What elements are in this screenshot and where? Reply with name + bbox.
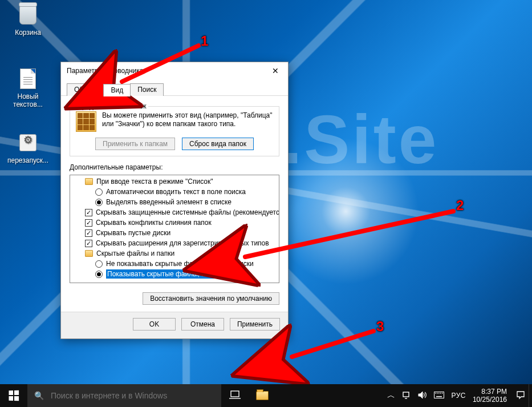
apply-to-folders-button[interactable]: Применить к папкам <box>95 138 175 150</box>
recycle-bin-icon <box>19 5 36 25</box>
tab-search[interactable]: Поиск <box>130 83 164 96</box>
dialog-footer: OK Отмена Применить <box>61 312 288 339</box>
dialog-tabs: Общие Вид Поиск <box>61 79 288 96</box>
folder-options-dialog: Параметры Проводника ✕ Общие Вид Поиск П… <box>60 62 289 339</box>
svg-rect-5 <box>403 392 409 397</box>
svg-rect-13 <box>436 396 442 397</box>
tray-network-icon[interactable] <box>402 391 411 401</box>
tree-radio-typeahead-search[interactable]: Автоматически вводить текст в поле поиск… <box>71 187 279 197</box>
tree-group-typeahead: При вводе текста в режиме "Список" <box>71 176 279 187</box>
task-view-button[interactable] <box>221 384 249 407</box>
batch-file-icon <box>19 134 36 151</box>
tray-language-indicator[interactable]: РУС <box>451 392 466 400</box>
radio-icon <box>95 188 103 196</box>
tree-check-hide-extensions[interactable]: ✓ Скрывать расширения для зарегистрирова… <box>71 238 279 248</box>
folder-views-legend: Представление папок <box>75 102 148 110</box>
show-desktop-button[interactable] <box>529 384 532 407</box>
svg-rect-12 <box>442 393 443 394</box>
checkbox-icon: ✓ <box>85 209 92 216</box>
search-icon: 🔍 <box>34 391 44 400</box>
tree-check-hide-merge-conflicts[interactable]: ✓ Скрывать конфликты слияния папок <box>71 217 279 228</box>
dialog-title: Параметры Проводника <box>67 67 143 75</box>
svg-rect-3 <box>231 391 239 397</box>
close-icon: ✕ <box>272 66 279 75</box>
svg-rect-10 <box>438 393 440 394</box>
tree-check-hide-empty-drives[interactable]: ✓ Скрывать пустые диски <box>71 228 279 238</box>
reset-folders-button[interactable]: Сброс вида папок <box>182 138 254 150</box>
tray-keyboard-icon[interactable] <box>434 391 444 400</box>
taskbar: 🔍 ︿ РУС 8:37 PM 10/25/2016 <box>0 384 532 407</box>
tray-date: 10/25/2016 <box>473 396 507 404</box>
checkbox-icon: ✓ <box>85 219 92 227</box>
tree-group-hidden: Скрытые файлы и папки <box>71 248 279 259</box>
folder-icon <box>85 250 93 257</box>
restore-defaults-button[interactable]: Восстановить значения по умолчанию <box>143 292 279 305</box>
svg-rect-9 <box>437 393 438 394</box>
task-view-icon <box>229 390 241 401</box>
tree-check-hide-protected[interactable]: ✓ Скрывать защищенные системные файлы (р… <box>71 207 279 217</box>
tray-chevron-up-icon[interactable]: ︿ <box>387 390 395 401</box>
tree-radio-typeahead-select[interactable]: Выделять введенный элемент в списке <box>71 197 279 207</box>
radio-icon <box>95 199 103 206</box>
desktop-icon-new-text-document[interactable]: Новый текстов... <box>6 67 50 108</box>
system-tray: ︿ РУС 8:37 PM 10/25/2016 <box>383 384 529 407</box>
advanced-settings-tree[interactable]: При вводе текста в режиме "Список" Автом… <box>70 175 279 283</box>
svg-rect-8 <box>435 393 436 394</box>
desktop-icon-restart-script[interactable]: перезапуск... <box>6 131 50 164</box>
radio-icon <box>95 271 103 278</box>
folder-views-description: Вы можете применить этот вид (например, … <box>102 111 273 132</box>
taskbar-explorer-button[interactable] <box>249 384 276 407</box>
file-explorer-icon <box>256 391 269 400</box>
svg-rect-11 <box>440 393 441 394</box>
tray-time: 8:37 PM <box>473 388 507 396</box>
tab-general[interactable]: Общие <box>67 83 104 96</box>
checkbox-icon: ✓ <box>85 240 92 247</box>
desktop-icon-label: перезапуск... <box>6 156 50 164</box>
advanced-settings-label: Дополнительные параметры: <box>70 163 279 171</box>
tray-volume-icon[interactable] <box>418 391 427 401</box>
folder-views-icon <box>76 111 96 132</box>
desktop-icon-recycle-bin[interactable]: Корзина <box>6 3 50 37</box>
dialog-body: Представление папок Вы можете применить … <box>61 96 288 312</box>
start-button[interactable] <box>0 384 27 407</box>
text-file-icon <box>20 68 36 89</box>
tray-clock[interactable]: 8:37 PM 10/25/2016 <box>473 388 509 404</box>
radio-icon <box>95 260 103 268</box>
windows-logo-icon <box>9 390 19 401</box>
tree-radio-hidden-dont-show[interactable]: Не показывать скрытые файлы, папки и дис… <box>71 259 279 269</box>
desktop-icon-label: Корзина <box>6 29 50 37</box>
tab-view[interactable]: Вид <box>103 84 131 96</box>
folder-views-group: Представление папок Вы можете применить … <box>70 106 279 156</box>
dialog-titlebar[interactable]: Параметры Проводника ✕ <box>61 62 288 79</box>
folder-icon <box>85 178 93 185</box>
search-input[interactable] <box>50 390 214 401</box>
action-center-button[interactable] <box>516 390 525 401</box>
cancel-button[interactable]: Отмена <box>181 318 224 331</box>
tree-radio-hidden-show[interactable]: Показывать скрытые файлы, папки и диски <box>71 269 279 279</box>
taskbar-search[interactable]: 🔍 <box>27 384 221 407</box>
apply-button[interactable]: Применить <box>230 318 280 331</box>
checkbox-icon: ✓ <box>85 229 92 237</box>
close-button[interactable]: ✕ <box>262 62 288 79</box>
desktop-icon-label: Новый текстов... <box>6 92 50 108</box>
ok-button[interactable]: OK <box>133 318 176 331</box>
